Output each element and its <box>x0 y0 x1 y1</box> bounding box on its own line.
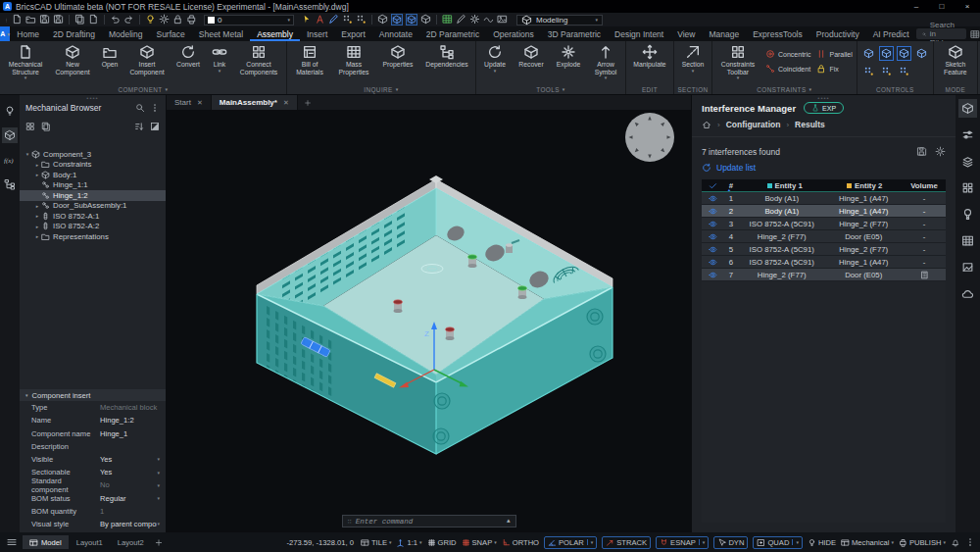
status-toggle-snap[interactable]: SNAP▾ <box>462 538 497 547</box>
browser-tool-button[interactable] <box>134 118 144 135</box>
ribbon-search-box[interactable]: Search in Ribbon <box>916 28 966 39</box>
workspace-selector[interactable]: Modeling▾ <box>516 15 603 25</box>
expand-command-history-icon[interactable]: ▲ <box>507 518 511 525</box>
ribbon-button-arrow-symbol[interactable]: Arrow Symbol▾ <box>587 42 624 79</box>
ribbon-button-parallel[interactable]: Parallel <box>816 49 852 59</box>
interference-row[interactable]: 3ISO 8752-A (5C91)Hinge_2 (F77)- <box>702 218 946 230</box>
browser-tool-button[interactable] <box>150 118 160 135</box>
sidebar-item-render-materials[interactable] <box>958 258 977 276</box>
command-line-bar[interactable]: ∷ Enter command ▲ <box>342 515 516 527</box>
sidebar-item-blocks[interactable] <box>958 178 977 197</box>
ribbon-tab-3d-parametric[interactable]: 3D Parametric <box>541 26 608 41</box>
ribbon-control-toggle[interactable] <box>861 64 876 78</box>
column-number[interactable]: # <box>723 181 739 190</box>
ribbon-control-toggle[interactable] <box>879 64 894 78</box>
close-tab-icon[interactable]: ✕ <box>197 99 203 107</box>
tree-item-door-subassembly-1[interactable]: ▸Door_SubAssembly:1 <box>20 201 166 212</box>
ribbon-group-label[interactable]: INQUIRE▾ <box>288 84 474 94</box>
ribbon-button-properties[interactable]: Properties <box>376 42 419 69</box>
status-toggle-tile[interactable]: TILE▾ <box>361 538 392 547</box>
layout-tab-model[interactable]: Model <box>23 535 69 549</box>
ribbon-button-bill-of-materials[interactable]: Bill of Materials <box>288 42 331 75</box>
ribbon-button-convert[interactable]: Convert <box>170 42 207 69</box>
new-document-tab-button[interactable] <box>298 95 318 110</box>
column-volume[interactable]: Volume <box>903 181 946 190</box>
maximize-button[interactable]: □ <box>929 0 955 13</box>
ribbon-button-mass-properties[interactable]: Mass Properties <box>331 42 376 75</box>
tree-item-representations[interactable]: ▸Representations <box>20 231 166 242</box>
status-toggle-dyn[interactable]: DYN <box>713 536 748 549</box>
ribbon-button-mechanical-structure[interactable]: Mechanical Structure▾ <box>1 42 50 79</box>
layer-selector[interactable]: 0▾ <box>204 15 294 25</box>
ribbon-control-toggle[interactable] <box>914 46 929 61</box>
minimize-button[interactable]: – <box>904 0 929 13</box>
sidebar-item-properties-sliders[interactable] <box>958 125 977 144</box>
visibility-toggle[interactable] <box>702 207 723 216</box>
interference-row[interactable]: 1Body (A1)Hinge_1 (A47)- <box>702 192 946 205</box>
ribbon-collapse-button[interactable] <box>970 26 980 41</box>
qat-view-style-button[interactable] <box>391 14 403 25</box>
ribbon-button-new-component[interactable]: New Component <box>50 42 95 75</box>
ribbon-button-fix[interactable]: Fix <box>816 64 852 74</box>
tree-item-iso-8752-a-2[interactable]: ▸ISO 8752-A:2 <box>20 222 166 232</box>
tree-item-hinge-1-2[interactable]: Hinge_1:2 <box>20 190 166 201</box>
command-input[interactable]: Enter command <box>356 518 503 526</box>
drawing-canvas[interactable]: Z ∷ Enter command ▲ <box>167 110 691 532</box>
property-row-bom-status[interactable]: BOM statusRegular▾ <box>20 491 166 504</box>
ribbon-control-toggle[interactable] <box>861 46 876 61</box>
application-menu-button[interactable]: A ▾ <box>0 26 10 41</box>
status-toggle-1-1[interactable]: 1:1▾ <box>396 538 421 547</box>
ribbon-tab-sheet-metal[interactable]: Sheet Metal <box>192 26 250 41</box>
property-row-visible[interactable]: VisibleYes▾ <box>20 453 166 466</box>
ribbon-control-toggle[interactable] <box>897 46 911 61</box>
save-icon[interactable] <box>916 146 927 157</box>
ribbon-control-toggle[interactable] <box>897 64 911 78</box>
column-entity2[interactable]: Entity 2 <box>826 181 903 190</box>
ribbon-tab-2d-drafting[interactable]: 2D Drafting <box>46 26 102 41</box>
ribbon-tab-annotate[interactable]: Annotate <box>372 26 419 41</box>
status-toggle-mechanical[interactable]: Mechanical▾ <box>841 538 894 547</box>
status-toggle-polar[interactable]: POLAR▾ <box>544 536 597 549</box>
tree-item-iso-8752-a-1[interactable]: ▸ISO 8752-A:1 <box>20 211 166 222</box>
document-tab-start[interactable]: Start✕ <box>167 95 212 110</box>
status-toggle-esnap[interactable]: ESNAP▾ <box>656 536 709 549</box>
ribbon-group-label[interactable]: CONSTRAINTS▾ <box>713 84 856 94</box>
ribbon-button-update[interactable]: Update▾ <box>477 42 513 73</box>
ribbon-button-open[interactable]: Open <box>95 42 124 69</box>
status-toggle-quad[interactable]: QUAD▾ <box>753 536 802 549</box>
sidebar-item-tips[interactable] <box>2 103 18 119</box>
property-row-visual-style[interactable]: Visual styleBy parent component▾ <box>20 518 166 530</box>
kebab-menu-icon[interactable] <box>965 537 975 547</box>
ribbon-tab-home[interactable]: Home <box>10 26 46 41</box>
ribbon-tab-productivity[interactable]: Productivity <box>809 26 866 41</box>
kebab-menu-icon[interactable] <box>150 103 160 113</box>
ribbon-button-concentric[interactable]: Concentric <box>765 49 810 59</box>
ribbon-button-section[interactable]: Section▾ <box>675 42 710 73</box>
visibility-toggle[interactable] <box>702 245 723 254</box>
ribbon-button-recover[interactable]: Recover <box>513 42 550 69</box>
ribbon-tab-insert[interactable]: Insert <box>300 26 334 41</box>
hamburger-menu-icon[interactable] <box>5 536 19 548</box>
visibility-toggle[interactable] <box>702 194 723 203</box>
document-tab-mainassembly[interactable]: MainAssembly*✕ <box>212 95 298 110</box>
tree-item-hinge-1-1[interactable]: Hinge_1:1 <box>20 180 166 191</box>
settings-icon[interactable] <box>935 146 946 157</box>
ribbon-tab-surface[interactable]: Surface <box>149 26 191 41</box>
ribbon-button-insert-component[interactable]: Insert Component <box>124 42 170 75</box>
tree-item-component-3[interactable]: ▾Component_3 <box>20 149 166 160</box>
column-entity1[interactable]: Entity 1 <box>743 181 826 190</box>
properties-header[interactable]: ▾ Component insert <box>20 389 166 401</box>
view-compass[interactable] <box>624 112 675 163</box>
ribbon-group-label[interactable]: COMPONENT▾ <box>1 84 285 94</box>
layout-tab-layout1[interactable]: Layout1 <box>70 535 110 549</box>
ribbon-button-connect-components[interactable]: Connect Components <box>232 42 285 75</box>
ribbon-tab-export[interactable]: Export <box>334 26 372 41</box>
interference-row[interactable]: 7Hinge_2 (F77)Door (E05) <box>702 269 946 281</box>
property-row-standard-component[interactable]: Standard componentNo▾ <box>20 478 166 491</box>
ribbon-tab-operations[interactable]: Operations <box>486 26 541 41</box>
visibility-toggle[interactable] <box>702 271 723 279</box>
tree-item-body-1[interactable]: ▸Body:1 <box>20 170 166 180</box>
ribbon-button-explode[interactable]: Explode <box>550 42 587 69</box>
visibility-toggle[interactable] <box>702 220 723 228</box>
ribbon-tab-design-intent[interactable]: Design Intent <box>608 26 670 41</box>
